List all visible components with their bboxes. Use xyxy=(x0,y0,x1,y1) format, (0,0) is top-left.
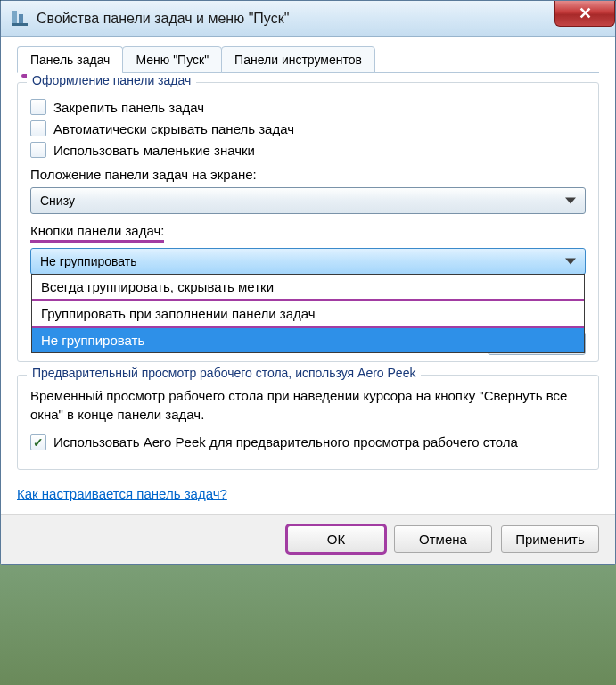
preview-description: Временный просмотр рабочего стола при на… xyxy=(30,386,586,424)
apply-button[interactable]: Применить xyxy=(501,525,599,553)
checkbox-autohide[interactable] xyxy=(30,120,46,136)
row-autohide: Автоматически скрывать панель задач xyxy=(30,120,586,136)
dropdown-buttons-list: Всегда группировать, скрывать метки Груп… xyxy=(31,274,585,353)
row-usepeek: Использовать Aero Peek для предварительн… xyxy=(30,433,586,451)
checkbox-smallicons[interactable] xyxy=(30,142,46,158)
dropdown-option-always[interactable]: Всегда группировать, скрывать метки xyxy=(32,275,584,301)
cancel-button[interactable]: Отмена xyxy=(394,525,492,553)
label-position: Положение панели задач на экране: xyxy=(30,167,586,182)
svg-rect-2 xyxy=(12,23,28,26)
titlebar: Свойства панели задач и меню "Пуск" ✕ xyxy=(1,1,615,37)
row-lock: Закрепить панель задач xyxy=(30,99,586,115)
label-smallicons: Использовать маленькие значки xyxy=(53,143,255,158)
svg-rect-1 xyxy=(19,14,23,23)
group-appearance: Оформление панели задач Закрепить панель… xyxy=(17,82,599,362)
tab-startmenu-label: Меню "Пуск" xyxy=(136,53,209,67)
dropdown-position[interactable]: Снизу xyxy=(30,187,586,214)
tab-taskbar[interactable]: Панель задач xyxy=(17,46,123,73)
group-preview-legend: Предварительный просмотр рабочего стола,… xyxy=(27,366,421,380)
label-lock: Закрепить панель задач xyxy=(53,100,204,115)
ok-button[interactable]: ОК xyxy=(287,525,385,553)
group-preview: Предварительный просмотр рабочего стола,… xyxy=(17,375,599,470)
tab-toolbars[interactable]: Панели инструментов xyxy=(221,46,375,73)
dialog-footer: ОК Отмена Применить xyxy=(1,514,615,564)
chevron-down-icon xyxy=(565,198,576,204)
checkbox-usepeek[interactable] xyxy=(30,434,46,450)
dialog-body: Панель задач Меню "Пуск" Панели инструме… xyxy=(1,37,615,514)
dropdown-option-whenfull[interactable]: Группировать при заполнении панели задач xyxy=(32,301,584,328)
row-smallicons: Использовать маленькие значки xyxy=(30,142,586,158)
tab-strip: Панель задач Меню "Пуск" Панели инструме… xyxy=(17,45,599,73)
dropdown-position-value: Снизу xyxy=(40,194,75,208)
tab-startmenu[interactable]: Меню "Пуск" xyxy=(122,46,222,73)
dropdown-buttons[interactable]: Не группировать Всегда группировать, скр… xyxy=(30,248,586,275)
chevron-down-icon xyxy=(565,259,576,265)
label-buttons: Кнопки панели задач: xyxy=(30,223,586,243)
checkbox-lock[interactable] xyxy=(30,99,46,115)
help-link[interactable]: Как настраивается панель задач? xyxy=(17,486,227,501)
label-autohide: Автоматически скрывать панель задач xyxy=(53,121,294,136)
app-icon xyxy=(10,9,29,29)
dropdown-option-never[interactable]: Не группировать xyxy=(32,328,584,352)
window-title: Свойства панели задач и меню "Пуск" xyxy=(37,11,289,27)
dialog: Свойства панели задач и меню "Пуск" ✕ Па… xyxy=(0,0,616,565)
dropdown-buttons-value: Не группировать xyxy=(40,254,137,268)
svg-rect-0 xyxy=(12,11,17,23)
close-icon: ✕ xyxy=(579,5,592,21)
close-button[interactable]: ✕ xyxy=(554,1,615,27)
tab-taskbar-label: Панель задач xyxy=(30,53,110,67)
label-usepeek: Использовать Aero Peek для предварительн… xyxy=(53,433,518,451)
group-appearance-legend: Оформление панели задач xyxy=(27,73,196,87)
tab-toolbars-label: Панели инструментов xyxy=(234,53,362,67)
